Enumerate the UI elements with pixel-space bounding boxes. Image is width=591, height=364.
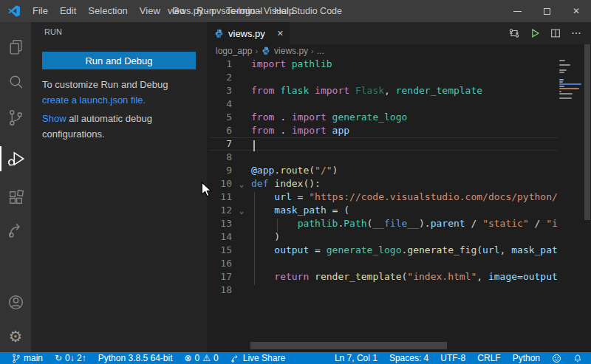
code-line-2[interactable]: 2 <box>210 71 591 84</box>
menu-item-view[interactable]: View <box>134 0 166 22</box>
close-button[interactable]: ✕ <box>561 0 591 22</box>
menu-item-terminal[interactable]: Terminal <box>220 0 268 22</box>
code-line-8[interactable]: 8 <box>210 151 591 164</box>
sidebar-item-explorer[interactable] <box>0 34 31 59</box>
minimize-button[interactable] <box>502 0 532 22</box>
code-token: index <box>274 178 303 189</box>
menu-item-edit[interactable]: Edit <box>54 0 82 22</box>
code-token: "/" <box>315 165 332 176</box>
notifications-item[interactable] <box>573 354 582 363</box>
horizontal-scrollbar-thumb[interactable] <box>250 342 447 349</box>
tab-views-py[interactable]: views.py ✕ <box>207 22 290 44</box>
code-line-14[interactable]: 14 ) <box>210 230 591 244</box>
errors-icon: ⊗ <box>185 352 192 364</box>
code-token: app <box>332 125 349 136</box>
indent-guide <box>254 192 255 285</box>
live-share-item[interactable]: Live Share <box>230 352 285 364</box>
live-share-icon <box>7 221 25 239</box>
code-token: render_template <box>396 85 482 96</box>
code-line-11[interactable]: 11 url = "https://code.visualstudio.com/… <box>210 190 591 204</box>
menu-item-go[interactable]: Go <box>166 0 191 22</box>
code-line-15[interactable]: 15 output = generate_logo.generate_fig(u… <box>210 244 591 257</box>
create-launch-json-link[interactable]: create a launch.json file. <box>42 95 146 106</box>
code-line-16[interactable]: 16 <box>210 257 591 270</box>
breadcrumb-file[interactable]: views.py <box>274 46 308 56</box>
python-file-icon <box>262 47 270 55</box>
breadcrumb-folder[interactable]: logo_app <box>216 46 252 56</box>
feedback-item[interactable] <box>552 354 561 363</box>
tab-close-icon[interactable]: ✕ <box>277 29 284 38</box>
menu-item-run[interactable]: Run <box>191 0 220 22</box>
line-number: 13 <box>210 217 232 230</box>
code-token: ). <box>419 218 431 229</box>
code-line-4[interactable]: 4 <box>210 97 591 111</box>
run-debug-icon <box>7 149 26 168</box>
git-branch-icon <box>12 354 21 363</box>
code-line-1[interactable]: 1import pathlib <box>210 58 591 71</box>
account-button[interactable] <box>0 289 31 315</box>
code-token: ( <box>309 165 315 176</box>
indentation-item[interactable]: Spaces: 4 <box>389 352 428 364</box>
language-mode-item[interactable]: Python <box>513 352 540 364</box>
line-number: 3 <box>210 84 232 97</box>
settings-button[interactable]: ⚙ <box>0 323 31 348</box>
vertical-scrollbar-thumb[interactable] <box>584 44 590 220</box>
eol-item[interactable]: CRLF <box>477 352 500 364</box>
breadcrumb-symbol[interactable]: ... <box>317 46 324 56</box>
code-token: __file__ <box>372 218 419 229</box>
menu-item-help[interactable]: Help <box>268 0 300 22</box>
code-line-7[interactable]: 7 <box>210 137 591 151</box>
show-configurations-link[interactable]: Show <box>42 113 66 124</box>
code-token: ) <box>332 165 338 176</box>
source-control-branch-icon <box>7 109 25 127</box>
problems-item[interactable]: ⊗ 0 ⚠ 0 <box>185 352 219 364</box>
code-editor[interactable]: 1import pathlib23from flask import Flask… <box>207 58 591 342</box>
menu-item-file[interactable]: File <box>27 0 54 22</box>
code-token: generate_logo <box>327 244 402 255</box>
code-line-6[interactable]: 6from . import app <box>210 124 591 137</box>
code-token: "https://code.visualstudio.com/docs/pyth… <box>309 191 591 202</box>
python-interpreter-item[interactable]: Python 3.8.5 64-bit <box>98 352 173 364</box>
tab-label: views.py <box>228 28 265 39</box>
sidebar-item-extensions[interactable] <box>0 185 31 210</box>
warnings-count: 0 <box>213 352 219 364</box>
code-line-5[interactable]: 5from . import generate_logo <box>210 111 591 124</box>
menu-bar: FileEditSelectionViewGoRunTerminalHelp <box>27 0 300 22</box>
sidebar-item-source-control[interactable] <box>0 105 31 130</box>
minimap-line <box>559 79 564 80</box>
code-line-3[interactable]: 3from flask import Flask, render_templat… <box>210 84 591 97</box>
code-token: from <box>251 125 274 136</box>
code-line-10[interactable]: 10⌄def index(): <box>210 177 591 190</box>
menu-item-selection[interactable]: Selection <box>82 0 133 22</box>
code-token: . <box>274 125 291 136</box>
more-actions-icon[interactable] <box>570 27 582 39</box>
vertical-scrollbar[interactable] <box>584 44 591 342</box>
code-token: . <box>274 165 280 176</box>
code-line-18[interactable]: 18 <box>210 284 591 297</box>
code-token: / <box>465 218 482 229</box>
sync-changes-item[interactable]: ↻ 0↓ 2↑ <box>55 352 86 364</box>
split-editor-icon[interactable] <box>550 27 561 39</box>
code-token: import <box>251 58 286 69</box>
run-python-file-icon[interactable] <box>529 27 541 39</box>
code-token: ) <box>251 231 280 242</box>
maximize-button[interactable] <box>532 0 561 22</box>
code-line-17[interactable]: 17 return render_template("index.html", … <box>210 270 591 284</box>
code-token: render_template <box>315 271 401 282</box>
fold-chevron-icon[interactable]: ⌄ <box>232 205 251 218</box>
cursor-position-item[interactable]: Ln 7, Col 1 <box>335 352 378 364</box>
run-and-debug-button[interactable]: Run and Debug <box>42 52 196 69</box>
sidebar-item-search[interactable] <box>0 69 31 95</box>
sidebar-item-live-share[interactable] <box>0 217 31 242</box>
encoding-item[interactable]: UTF-8 <box>440 352 465 364</box>
minimap[interactable] <box>558 58 584 342</box>
fold-chevron-icon[interactable]: ⌄ <box>232 178 251 191</box>
open-changes-icon[interactable] <box>508 27 520 39</box>
sidebar-item-run-debug[interactable] <box>0 146 31 171</box>
code-line-12[interactable]: 12⌄ mask_path = ( <box>210 204 591 217</box>
code-line-9[interactable]: 9@app.route("/") <box>210 164 591 177</box>
code-line-13[interactable]: 13 pathlib.Path(__file__).parent / "stat… <box>210 217 591 230</box>
code-token <box>327 111 332 123</box>
git-branch-item[interactable]: main <box>12 352 43 364</box>
sync-icon: ↻ <box>55 352 62 364</box>
